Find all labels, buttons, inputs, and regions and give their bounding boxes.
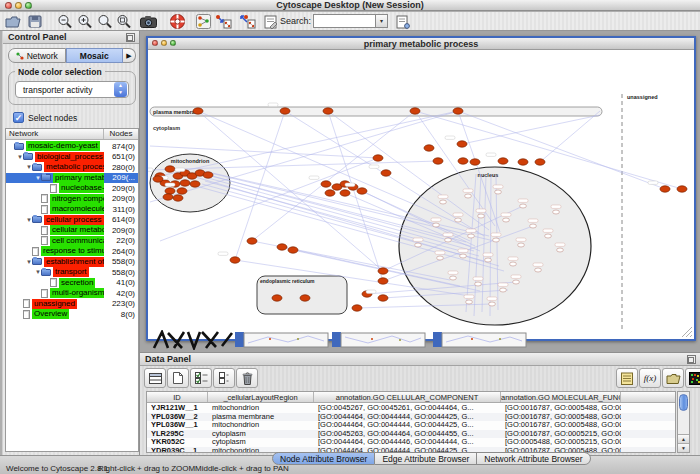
gene-node[interactable] <box>153 176 163 182</box>
tree-row[interactable]: ▼metabolic process280(0) <box>6 162 138 173</box>
tree-row[interactable]: ▼establishment of l558(0) <box>6 257 138 268</box>
gene-node[interactable] <box>193 108 203 114</box>
tree-row-label[interactable]: establishment of l <box>44 257 104 267</box>
new-attribute-button[interactable] <box>167 368 189 388</box>
save-session-button[interactable] <box>26 13 44 30</box>
gene-node[interactable] <box>378 268 388 274</box>
gene-node[interactable] <box>433 158 443 164</box>
nucleus-node[interactable] <box>513 280 520 284</box>
tree-row-label[interactable]: macromolecule <box>50 204 104 214</box>
network-window[interactable]: primary metabolic process plasma membran… <box>146 36 696 341</box>
gene-node[interactable] <box>470 159 480 165</box>
tree-row[interactable]: nucleobase-209(0) <box>6 183 138 194</box>
scrollbar-thumb[interactable] <box>679 394 688 411</box>
table-cell[interactable]: [GO:0044464, GO:0044444, GO:0044425, G..… <box>314 421 501 430</box>
zoom-fit-button[interactable] <box>115 13 133 30</box>
tree-row[interactable]: cellular metabo209(0) <box>6 225 138 236</box>
tree-row-label[interactable]: biological_process <box>35 152 104 162</box>
nucleus-node[interactable] <box>415 243 422 247</box>
table-cell[interactable]: [GO:0016787, GO:0005215, GO:0003824, G..… <box>501 430 621 439</box>
edge[interactable] <box>328 111 383 281</box>
table-cell[interactable]: YJR121W__1 <box>147 404 208 413</box>
destroy-view-button[interactable] <box>238 13 256 30</box>
gene-node[interactable] <box>357 188 367 194</box>
tree-row-label[interactable]: response to stimul <box>41 246 104 256</box>
help-button[interactable] <box>168 13 186 30</box>
node-color-dropdown[interactable]: transporter activity ▲▼ <box>15 81 129 98</box>
tree-header-nodes[interactable]: Nodes <box>104 129 138 139</box>
network-graph[interactable]: plasma membranecytoplasmmitochondrionnuc… <box>148 50 694 339</box>
table-cell[interactable]: YPL036W__2 <box>147 413 208 422</box>
tree-row[interactable]: Overview8(0) <box>6 309 138 320</box>
nucleus-node[interactable] <box>468 234 475 238</box>
nucleus-node[interactable] <box>466 300 473 304</box>
table-row[interactable]: YJR121W__1mitochondrion[GO:0045267, GO:0… <box>147 404 675 413</box>
table-cell[interactable]: [GO:0016787, GO:0005488, GO:0005215, G..… <box>501 413 621 422</box>
nucleus-node[interactable] <box>520 204 527 208</box>
tree-row[interactable]: cell communicat22(0) <box>6 236 138 247</box>
tree-row-label[interactable]: cellular metabo <box>50 225 104 235</box>
tree-row-label[interactable]: metabolic process <box>44 162 104 172</box>
gene-node[interactable] <box>277 244 287 250</box>
gene-node[interactable] <box>165 188 175 194</box>
gene-node[interactable] <box>410 108 420 114</box>
tree-row-label[interactable]: multi-organism pro <box>50 288 104 298</box>
table-cell[interactable]: mitochondrion <box>208 421 314 430</box>
nucleus-node[interactable] <box>518 243 525 247</box>
nucleus-node[interactable] <box>445 238 452 242</box>
gene-node[interactable] <box>280 108 290 114</box>
gene-node[interactable] <box>321 181 331 187</box>
tree-row-label[interactable]: nucleobase- <box>59 183 104 193</box>
zoom-out-button[interactable] <box>56 13 74 30</box>
tree-row[interactable]: multi-organism pro42(0) <box>6 288 138 299</box>
table-cell[interactable]: cytoplasm <box>208 438 314 447</box>
tree-row[interactable]: ▼primary metabo209(... <box>6 173 138 184</box>
table-cell[interactable]: YLR295C <box>147 430 208 439</box>
nucleus-node[interactable] <box>433 223 440 227</box>
gene-node[interactable] <box>373 155 383 161</box>
tree-row[interactable]: ▼transport558(0) <box>6 267 138 278</box>
gene-node[interactable] <box>457 141 467 147</box>
gene-node[interactable] <box>190 181 200 187</box>
gene-node[interactable] <box>230 257 240 263</box>
open-session-button[interactable] <box>4 13 22 30</box>
table-row[interactable]: YKR052Ccytoplasm[GO:0044464, GO:0044446,… <box>147 438 675 447</box>
scroll-down-icon[interactable]: ▼ <box>678 443 689 452</box>
tree-row-label[interactable]: cellular process <box>44 215 104 225</box>
gene-node[interactable] <box>323 108 333 114</box>
gene-node[interactable] <box>378 278 388 284</box>
edge[interactable] <box>540 111 600 162</box>
attribute-table-button[interactable] <box>144 368 166 388</box>
nucleus-node[interactable] <box>450 276 457 280</box>
tab-network[interactable]: Network <box>8 48 66 63</box>
gene-node[interactable] <box>498 158 508 164</box>
gene-node[interactable] <box>677 186 687 192</box>
nucleus-node[interactable] <box>495 190 502 194</box>
table-cell[interactable]: [GO:0044464, GO:0044444, GO:0044425, G..… <box>314 413 501 422</box>
network-canvas[interactable]: plasma membranecytoplasmmitochondrionnuc… <box>148 50 694 339</box>
tree-row[interactable]: response to stimul264(0) <box>6 246 138 257</box>
gene-node[interactable] <box>340 190 350 196</box>
tab-mosaic[interactable]: Mosaic <box>66 48 124 63</box>
tree-row-label[interactable]: transport <box>53 267 89 277</box>
gene-node[interactable] <box>660 186 670 192</box>
import-attributes-button[interactable] <box>662 368 684 388</box>
search-input[interactable] <box>313 14 375 28</box>
tree-row[interactable]: nitrogen compo209(0) <box>6 194 138 205</box>
data-panel-detach-icon[interactable] <box>687 355 696 364</box>
table-row[interactable]: YPL036W__1mitochondrion[GO:0044464, GO:0… <box>147 421 675 430</box>
gene-node[interactable] <box>272 295 282 301</box>
gene-node[interactable] <box>247 238 257 244</box>
nucleus-node[interactable] <box>489 302 496 306</box>
column-header-function[interactable]: annotation.GO MOLECULAR_FUNCTION <box>501 392 621 402</box>
tree-row-label[interactable]: nitrogen compo <box>50 194 104 204</box>
column-header-component[interactable]: annotation.GO CELLULAR_COMPONENT <box>314 392 501 402</box>
tree-row-label[interactable]: unassigned <box>32 299 77 309</box>
tree-row-label[interactable]: primary metabo <box>53 173 104 183</box>
nucleus-node[interactable] <box>485 258 492 262</box>
gene-node[interactable] <box>325 190 335 196</box>
select-attributes-button[interactable] <box>190 368 212 388</box>
gene-node[interactable] <box>180 180 190 186</box>
edge[interactable] <box>160 111 458 176</box>
matrix-button[interactable] <box>685 368 700 388</box>
